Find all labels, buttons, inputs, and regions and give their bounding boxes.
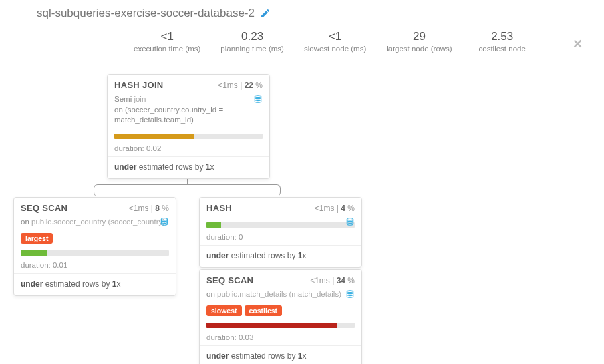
node-desc: on public.soccer_country (soccer_country… [14, 217, 176, 233]
stat-value: 2.53 [472, 30, 533, 43]
stat-label: largest node (rows) [386, 45, 452, 53]
duration-text: duration: 0.02 [108, 142, 269, 157]
database-icon[interactable] [345, 289, 355, 302]
connector [94, 184, 281, 196]
stat-label: planning time (ms) [220, 45, 284, 53]
estimate-text: under estimated rows by 1x [14, 274, 176, 295]
duration-text: duration: 0.01 [14, 258, 176, 274]
estimate-text: under estimated rows by 1x [200, 246, 361, 267]
page-title: sql-subqueries-exercise-soccer-database-… [37, 7, 255, 20]
node-meta: <1ms | 34 % [310, 276, 355, 285]
node-meta: <1ms | 8 % [129, 204, 169, 213]
database-icon[interactable] [253, 94, 263, 107]
node-title: SEQ SCAN [21, 203, 67, 213]
estimate-text: under estimated rows by 1x [200, 346, 361, 364]
duration-text: duration: 0.03 [200, 331, 361, 346]
node-hash-join[interactable]: HASH JOIN <1ms | 22 % Semi join on (socc… [107, 74, 270, 179]
node-desc [200, 217, 361, 226]
stat-label: costliest node [472, 45, 533, 53]
node-meta: <1ms | 4 % [315, 204, 355, 213]
stat-label: slowest node (ms) [304, 45, 366, 53]
stat-largest-node: 29 largest node (rows) [386, 30, 452, 53]
node-meta: <1ms | 22 % [218, 81, 263, 90]
node-seq-scan-country[interactable]: SEQ SCAN <1ms | 8 % on public.soccer_cou… [13, 197, 176, 296]
stats-bar: <1 execution time (ms) 0.23 planning tim… [134, 30, 533, 53]
duration-text: duration: 0 [200, 230, 361, 246]
node-title: HASH JOIN [114, 80, 164, 90]
stat-value: 29 [386, 30, 452, 43]
stat-label: execution time (ms) [134, 45, 200, 53]
stat-value: <1 [134, 30, 200, 43]
node-desc: on public.match_details (match_details) [200, 289, 361, 305]
stat-exec-time: <1 execution time (ms) [134, 30, 200, 53]
tag-largest: largest [21, 233, 53, 244]
node-hash[interactable]: HASH <1ms | 4 % duration: 0 under estima… [199, 197, 362, 268]
duration-bar [206, 323, 355, 328]
stat-costliest-node: 2.53 costliest node [472, 30, 533, 53]
tag-slowest: slowest [206, 305, 242, 316]
close-icon[interactable]: ✕ [573, 37, 583, 51]
edit-icon[interactable] [260, 8, 271, 19]
database-icon[interactable] [345, 217, 355, 230]
node-desc: Semi join on (soccer_country.country_id … [108, 94, 269, 131]
estimate-text: under estimated rows by 1x [108, 157, 269, 178]
stat-plan-time: 0.23 planning time (ms) [220, 30, 284, 53]
stat-value: <1 [304, 30, 366, 43]
node-title: SEQ SCAN [206, 275, 253, 285]
stat-slowest-node: <1 slowest node (ms) [304, 30, 366, 53]
duration-bar [114, 134, 263, 139]
stat-value: 0.23 [220, 30, 284, 43]
tag-costliest: costliest [245, 305, 283, 316]
node-title: HASH [206, 203, 232, 213]
duration-bar [21, 250, 169, 256]
node-seq-scan-match[interactable]: SEQ SCAN <1ms | 34 % on public.match_det… [199, 269, 362, 364]
database-icon[interactable] [160, 217, 169, 230]
